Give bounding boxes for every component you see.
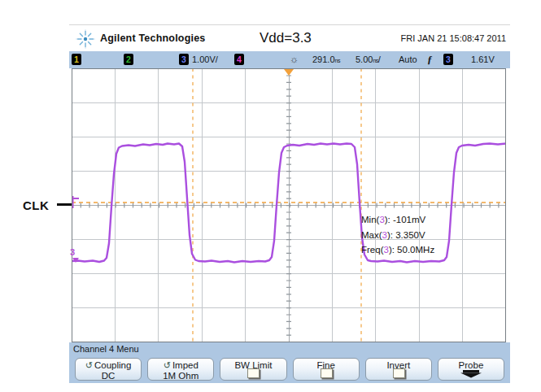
impedance-button[interactable]: ↺Imped 1M Ohm: [147, 358, 214, 381]
scope-header: Agilent Technologies Vdd=3.3 FRI JAN 21 …: [69, 25, 510, 51]
invert-button[interactable]: Invert: [365, 358, 432, 381]
graticule: 3 Min(3): -101mV Max(3): 3.350V Freq(3):…: [72, 68, 506, 342]
delay-readout: 291.0ns: [312, 54, 340, 64]
time-ref-marker-icon: [284, 69, 294, 76]
clk-label: CLK: [23, 198, 49, 212]
agilent-logo-icon: [76, 29, 95, 49]
bw-limit-checkbox[interactable]: [247, 368, 260, 378]
timebase-readout: 5.00ns/: [356, 54, 381, 64]
measurement-freq: Freq(3): 50.0MHz: [361, 242, 434, 258]
fine-checkbox[interactable]: [321, 368, 333, 378]
softkey-menu: ↺Coupling DC ↺Imped 1M Ohm BW Limit Fine…: [69, 356, 510, 383]
brightness-icon: ☼: [290, 54, 299, 65]
oscilloscope-screen: Agilent Technologies Vdd=3.3 FRI JAN 21 …: [69, 24, 510, 383]
fine-button[interactable]: Fine: [293, 358, 360, 381]
channel-3-position-marker[interactable]: 3: [70, 247, 75, 257]
coupling-button[interactable]: ↺Coupling DC: [75, 358, 142, 381]
channel-2-indicator: 2: [124, 54, 133, 65]
trigger-level: 1.61V: [471, 54, 495, 64]
measurement-max: Max(3): 3.350V: [361, 228, 434, 243]
channel-3-scale: 1.00V/: [192, 54, 218, 64]
channel-4-indicator: 4: [234, 54, 244, 65]
waveform-display: [72, 68, 506, 342]
submenu-down-arrow-icon: [460, 370, 482, 378]
trigger-source-indicator: 3: [443, 54, 453, 65]
channel-1-indicator: 1: [72, 54, 81, 65]
invert-checkbox[interactable]: [393, 368, 405, 378]
vdd-annotation: Vdd=3.3: [260, 30, 312, 46]
channel-3-position-arrow-icon: [72, 258, 79, 263]
menu-title: Channel 4 Menu: [69, 342, 510, 356]
status-bar: 1 2 3 1.00V/ 4 ☼ 291.0ns 5.00ns/ Auto ƒ …: [69, 51, 510, 68]
cycle-icon: ↺: [85, 360, 93, 370]
brand-name: Agilent Technologies: [100, 33, 205, 44]
edge-trigger-icon: ƒ: [427, 53, 433, 66]
cycle-icon: ↺: [164, 360, 171, 370]
measurement-min: Min(3): -101mV: [361, 212, 434, 228]
channel-3-indicator: 3: [179, 54, 189, 65]
bw-limit-button[interactable]: BW Limit: [220, 358, 286, 381]
measurement-readout: Min(3): -101mV Max(3): 3.350V Freq(3): 5…: [361, 212, 434, 258]
probe-button[interactable]: Probe: [438, 358, 504, 381]
datetime: FRI JAN 21 15:08:47 2011: [401, 33, 506, 43]
acquisition-mode: Auto: [399, 54, 417, 64]
